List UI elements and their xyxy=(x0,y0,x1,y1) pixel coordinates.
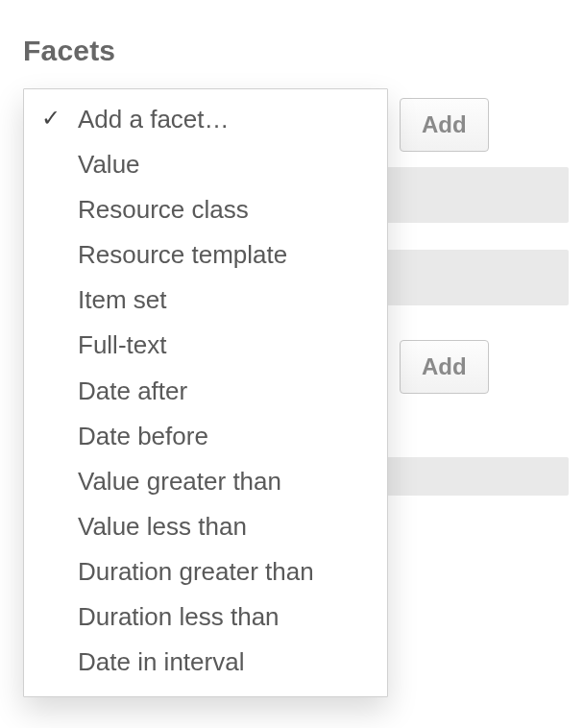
dropdown-option[interactable]: Duration greater than xyxy=(24,549,387,595)
dropdown-option[interactable]: Item set xyxy=(24,278,387,323)
dropdown-option[interactable]: Resource template xyxy=(24,232,387,278)
add-button-1[interactable]: Add xyxy=(400,98,489,152)
facets-heading: Facets xyxy=(23,35,584,67)
dropdown-option[interactable]: Date before xyxy=(24,414,387,459)
dropdown-option[interactable]: Resource class xyxy=(24,187,387,232)
dropdown-option[interactable]: Date in interval xyxy=(24,640,387,685)
dropdown-option[interactable]: Date after xyxy=(24,369,387,414)
dropdown-option[interactable]: Full-text xyxy=(24,323,387,368)
add-button-2[interactable]: Add xyxy=(400,340,489,394)
facet-type-dropdown[interactable]: Add a facet…ValueResource classResource … xyxy=(23,88,388,697)
dropdown-option[interactable]: Value xyxy=(24,142,387,187)
dropdown-option[interactable]: Value less than xyxy=(24,504,387,549)
dropdown-option[interactable]: Add a facet… xyxy=(24,97,387,142)
dropdown-option[interactable]: Duration less than xyxy=(24,595,387,640)
dropdown-option[interactable]: Value greater than xyxy=(24,459,387,504)
